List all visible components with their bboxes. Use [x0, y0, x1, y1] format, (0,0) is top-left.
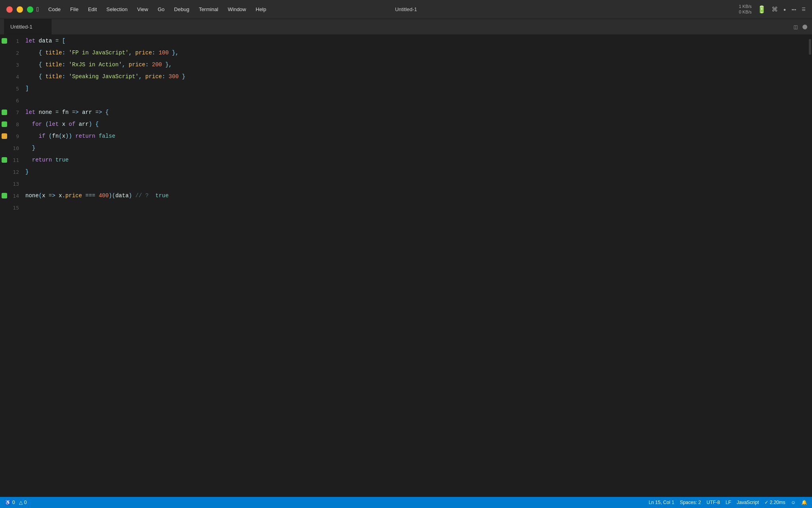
punc-lparen2-9: ( — [59, 133, 62, 139]
scrollbar-area[interactable] — [806, 35, 812, 497]
space-2 — [169, 50, 172, 56]
gutter-row-4: 4 — [0, 71, 22, 83]
wifi-icon: ⌘ — [772, 6, 778, 13]
menu-file[interactable]: File — [65, 0, 83, 19]
num-200: 200 — [152, 62, 162, 68]
line-num-8: 8 — [16, 121, 19, 127]
indent-2 — [25, 50, 39, 56]
titlebar:  Code File Edit Selection View Go Debug… — [0, 0, 812, 19]
traffic-lights — [0, 6, 33, 13]
error-count[interactable]: ♿ 0 △ 0 — [5, 500, 27, 505]
breakpoint-11[interactable] — [2, 157, 7, 163]
notifications-icon[interactable]: 🔔 — [801, 500, 807, 505]
more-icon[interactable] — [802, 25, 807, 29]
num-300: 300 — [169, 73, 178, 80]
code-line-3: { title: 'RxJS in Action', price: 200 }, — [25, 59, 806, 71]
prop-title-3: title — [45, 62, 62, 68]
id-x2-14: x — [59, 192, 62, 199]
encoding[interactable]: UTF-8 — [707, 500, 720, 505]
close-button[interactable] — [6, 6, 13, 13]
breakpoint-14[interactable] — [2, 193, 7, 198]
warning-icon: △ — [19, 500, 23, 505]
eol[interactable]: LF — [726, 500, 731, 505]
space-3 — [162, 62, 165, 68]
minimize-button[interactable] — [17, 6, 23, 13]
menu-selection[interactable]: Selection — [102, 0, 132, 19]
punc-rbrace-3: }, — [165, 62, 172, 68]
eol-text: LF — [726, 500, 731, 505]
code-area[interactable]: let data = [ { title: 'FP in JavaScript'… — [22, 35, 806, 497]
tab-list: Untitled-1 — [4, 19, 52, 35]
search-icon: ● — [783, 7, 786, 12]
editor: 1 2 3 4 5 6 7 8 — [0, 35, 812, 497]
num-400: 400 — [99, 192, 109, 199]
breakpoint-8[interactable] — [2, 121, 7, 127]
comma-2: , — [128, 50, 135, 56]
cursor-position[interactable]: Ln 15, Col 1 — [649, 500, 674, 505]
position-text: Ln 15, Col 1 — [649, 500, 674, 505]
line-num-15: 15 — [13, 205, 19, 211]
line-num-10: 10 — [13, 145, 19, 151]
comma-4: , — [139, 73, 146, 80]
punc-rparen2-9: )) — [65, 133, 75, 139]
indent-3 — [25, 62, 39, 68]
title-right-icons: 1 KB/s0 KB/s 🔋 ⌘ ● ••• ☰ — [739, 4, 806, 14]
indentation[interactable]: Spaces: 2 — [680, 500, 701, 505]
punc-close-bracket: ] — [25, 85, 29, 92]
breakpoint-7[interactable] — [2, 110, 7, 115]
op-strict-eq: === — [85, 192, 99, 199]
code-line-13 — [25, 178, 806, 190]
code-line-5: ] — [25, 83, 806, 94]
tab-untitled1[interactable]: Untitled-1 — [4, 19, 52, 35]
error-icon: ♿ — [5, 500, 11, 505]
id-arr-8: arr — [79, 121, 88, 127]
comment-14: // ? — [135, 192, 155, 199]
menu-code[interactable]: Code — [44, 0, 65, 19]
kw-if: if — [39, 133, 49, 139]
kw-let-1: let — [25, 38, 39, 44]
menu-edit[interactable]: Edit — [83, 0, 102, 19]
tab-right-controls: ◫ — [794, 19, 812, 35]
line-num-5: 5 — [16, 86, 19, 92]
kw-true-11: true — [56, 157, 69, 163]
error-num: 0 — [12, 500, 15, 505]
menu-help[interactable]: Help — [251, 0, 271, 19]
split-editor-icon[interactable]: ◫ — [794, 23, 798, 31]
menu-apple[interactable]:  — [32, 0, 44, 19]
punc-rbrace-10: } — [32, 145, 35, 151]
menu-window[interactable]: Window — [223, 0, 251, 19]
colon-2: : — [62, 50, 69, 56]
smiley-icon: ☺ — [791, 500, 796, 505]
prop-title-4: title — [45, 73, 62, 80]
feedback-icon[interactable]: ☺ — [791, 500, 796, 505]
id-x-9: x — [62, 133, 65, 139]
language-mode[interactable]: JavaScript — [737, 500, 759, 505]
menu-debug[interactable]: Debug — [169, 0, 194, 19]
colon2-4: : — [162, 73, 169, 80]
code-line-15 — [25, 202, 806, 214]
scrollbar-thumb[interactable] — [809, 39, 811, 55]
line-num-11: 11 — [13, 157, 19, 163]
language-text: JavaScript — [737, 500, 759, 505]
punc-rbrace-4: } — [182, 73, 185, 80]
status-left: ♿ 0 △ 0 — [5, 500, 27, 505]
breakpoint-9[interactable] — [2, 133, 7, 139]
menu-view[interactable]: View — [132, 0, 153, 19]
punc-rparen-14b: ) — [129, 192, 136, 199]
id-none: none — [39, 109, 56, 115]
punc-lparen-8: ( — [45, 121, 48, 127]
gutter-row-14: 14 — [0, 190, 22, 202]
menu-terminal[interactable]: Terminal — [194, 0, 223, 19]
str-rxjs: 'RxJS in Action' — [69, 62, 122, 68]
timing[interactable]: ✓ 2.20ms — [764, 500, 785, 505]
menu-go[interactable]: Go — [153, 0, 169, 19]
list-icon: ☰ — [802, 7, 806, 12]
breakpoint-1[interactable] — [2, 38, 7, 44]
kw-return-11: return — [32, 157, 56, 163]
op-eq-7: = — [56, 109, 62, 115]
punc-lbrace-2: { — [39, 50, 46, 56]
op-arrow2: => — [95, 109, 105, 115]
code-line-9: if (fn(x)) return false — [25, 130, 806, 142]
gutter-row-3: 3 — [0, 59, 22, 71]
code-line-10: } — [25, 142, 806, 154]
